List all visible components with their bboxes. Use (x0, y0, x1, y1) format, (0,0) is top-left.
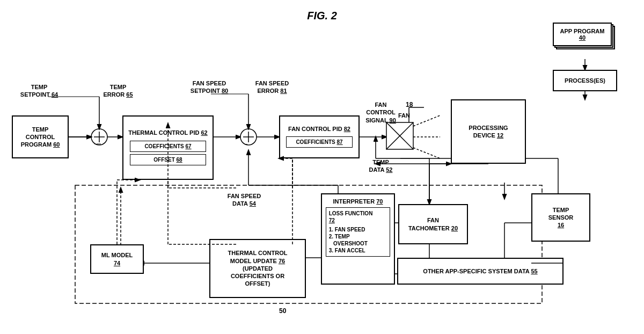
fan-speed-error-label: FAN SPEEDERROR 81 (248, 79, 296, 95)
thermal-pid-label: THERMAL CONTROL PID 62 (128, 129, 208, 136)
loss-function-label: LOSS FUNCTION72 (329, 210, 373, 223)
processing-device-box: PROCESSINGDEVICE 12 (451, 99, 526, 164)
fan-tachometer-box: FANTACHOMETER 20 (398, 204, 468, 244)
interpreter-box: INTERPRETER 70 LOSS FUNCTION72 1. FAN SP… (321, 193, 395, 285)
other-app-data-label: OTHER APP-SPECIFIC SYSTEM DATA 55 (423, 267, 537, 275)
diagram: FIG. 2 (0, 0, 644, 334)
svg-text:−: − (245, 141, 248, 147)
svg-point-31 (91, 129, 107, 145)
label-18: 18 (406, 101, 413, 110)
svg-rect-40 (386, 122, 413, 149)
temp-sensor-box: TEMPSENSOR16 (531, 193, 590, 242)
app-program-label: APP PROGRAM40 (560, 28, 605, 41)
ml-model-box: ML MODEL74 (90, 244, 144, 274)
label-50: 50 (279, 307, 286, 316)
thermal-control-pid-box: THERMAL CONTROL PID 62 COEFFICIENTS 67 O… (122, 115, 214, 180)
coefficients-67: COEFFICIENTS 67 (130, 141, 206, 152)
temp-error-label: TEMPERROR 65 (99, 83, 137, 99)
svg-line-42 (386, 122, 413, 149)
temp-setpoint-label: TEMPSETPOINT 64 (15, 83, 63, 99)
temp-sensor-label: TEMPSENSOR16 (548, 206, 573, 229)
svg-rect-26 (75, 185, 542, 303)
processes-label: PROCESS(ES) (565, 77, 605, 84)
fan-tachometer-label: FANTACHOMETER 20 (408, 216, 458, 232)
temp-data-label: TEMPDATA 52 (361, 158, 401, 174)
loss-function-items: 1. FAN SPEED 2. TEMP OVERSHOOT 3. FAN AC… (329, 226, 387, 254)
fan-control-pid-box: FAN CONTROL PID 82 COEFFICIENTS 87 (279, 115, 360, 158)
coefficients-87: COEFFICIENTS 87 (286, 136, 353, 148)
thermal-model-update-label: THERMAL CONTROLMODEL UPDATE 76(UPDATEDCO… (228, 249, 287, 287)
temp-control-program-box: TEMPCONTROLPROGRAM 60 (12, 115, 69, 158)
svg-line-41 (386, 122, 413, 149)
svg-text:−: − (94, 141, 98, 147)
fan-speed-setpoint-label: FAN SPEEDSETPOINT 80 (185, 79, 233, 95)
processing-device-label: PROCESSINGDEVICE 12 (469, 124, 508, 140)
fan-label: FAN (393, 112, 415, 119)
svg-line-5 (413, 115, 440, 126)
svg-point-36 (240, 129, 257, 145)
fan-pid-label: FAN CONTROL PID 82 (288, 125, 350, 133)
fan-speed-data-label: FAN SPEEDDATA 54 (220, 192, 268, 208)
svg-line-7 (413, 148, 440, 158)
interpreter-label: INTERPRETER 70 (333, 198, 383, 205)
figure-title: FIG. 2 (307, 10, 337, 22)
ml-model-label: ML MODEL74 (101, 251, 133, 267)
other-app-data-box: OTHER APP-SPECIFIC SYSTEM DATA 55 (397, 258, 564, 285)
thermal-model-update-box: THERMAL CONTROLMODEL UPDATE 76(UPDATEDCO… (209, 239, 306, 298)
processes-box: PROCESS(ES) (553, 70, 617, 91)
offset-68: OFFSET 68 (130, 154, 206, 165)
temp-control-program-label: TEMPCONTROLPROGRAM 60 (21, 126, 60, 149)
